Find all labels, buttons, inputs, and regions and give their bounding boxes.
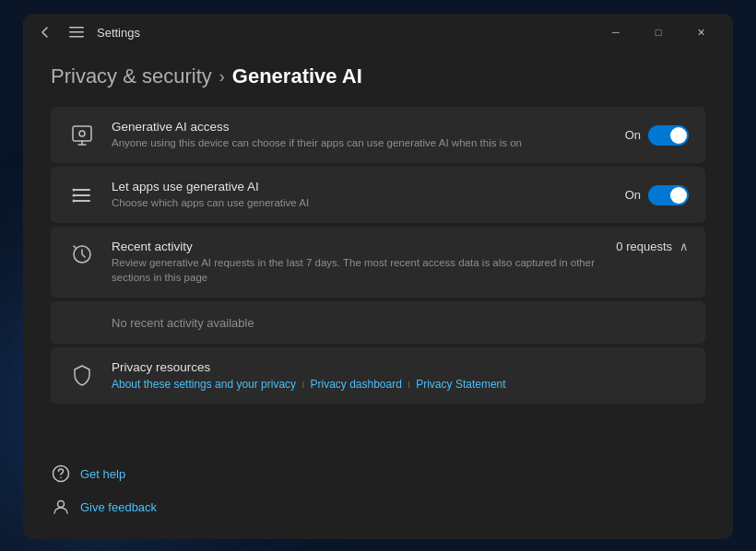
svg-point-4 [79, 131, 85, 136]
let-apps-use-ai-text: Let apps use generative AI Choose which … [112, 180, 610, 210]
requests-count: 0 requests [616, 240, 672, 253]
separator-1: ı [301, 378, 304, 391]
svg-point-9 [73, 193, 76, 196]
generative-ai-access-description: Anyone using this device can choose if t… [112, 135, 610, 150]
privacy-statement-link[interactable]: Privacy Statement [416, 378, 505, 391]
generative-ai-icon [67, 121, 97, 150]
recent-activity-icon [67, 240, 97, 269]
page-title: Generative AI [232, 64, 362, 88]
let-apps-use-ai-title: Let apps use generative AI [112, 180, 610, 193]
privacy-dashboard-link[interactable]: Privacy dashboard [310, 378, 401, 391]
back-button[interactable] [34, 21, 56, 43]
privacy-resources-text: Privacy resources About these settings a… [112, 360, 689, 391]
let-apps-use-ai-status: On [625, 188, 641, 202]
svg-rect-3 [73, 126, 91, 141]
bottom-links: Get help Give feedback [51, 441, 705, 521]
maximize-button[interactable]: □ [637, 18, 679, 47]
svg-point-8 [73, 188, 76, 191]
svg-rect-1 [69, 31, 84, 33]
no-activity-card: No recent activity available [51, 301, 705, 344]
give-feedback-icon [51, 497, 71, 517]
svg-rect-2 [69, 36, 84, 38]
window-controls: ─ □ ✕ [595, 18, 722, 47]
svg-rect-5 [74, 189, 90, 191]
generative-ai-access-control: On [625, 125, 689, 146]
generative-ai-access-card: Generative AI access Anyone using this d… [51, 107, 705, 163]
separator-2: ı [408, 378, 410, 391]
generative-ai-access-title: Generative AI access [112, 120, 610, 134]
let-apps-use-ai-card: Let apps use generative AI Choose which … [51, 167, 705, 223]
generative-ai-access-text: Generative AI access Anyone using this d… [112, 120, 610, 150]
breadcrumb-parent[interactable]: Privacy & security [51, 64, 212, 88]
settings-window: Settings ─ □ ✕ Privacy & security › Gene… [23, 14, 733, 539]
title-bar: Settings ─ □ ✕ [23, 14, 733, 51]
privacy-links: About these settings and your privacy ı … [112, 378, 689, 391]
get-help-link[interactable]: Get help [51, 460, 705, 487]
privacy-resources-icon [67, 360, 97, 390]
give-feedback-text: Give feedback [80, 500, 157, 514]
window-title: Settings [97, 26, 140, 40]
privacy-resources-title: Privacy resources [112, 360, 689, 374]
svg-rect-0 [69, 27, 84, 29]
recent-activity-right: 0 requests ∧ [616, 240, 689, 253]
get-help-icon [51, 463, 71, 484]
breadcrumb: Privacy & security › Generative AI [51, 64, 705, 88]
expand-collapse-button[interactable]: ∧ [679, 240, 689, 253]
title-bar-left: Settings [34, 21, 595, 43]
recent-activity-card: Recent activity Review generative AI req… [51, 227, 705, 298]
content-area: Privacy & security › Generative AI Gener… [23, 51, 733, 539]
no-activity-text: No recent activity available [112, 316, 254, 330]
svg-rect-6 [74, 194, 90, 196]
let-apps-use-ai-toggle[interactable] [648, 185, 689, 205]
about-settings-link[interactable]: About these settings and your privacy [112, 378, 296, 391]
close-button[interactable]: ✕ [679, 18, 722, 47]
minimize-button[interactable]: ─ [595, 18, 637, 47]
svg-point-14 [58, 501, 65, 508]
breadcrumb-chevron: › [219, 67, 225, 87]
menu-button[interactable] [65, 21, 88, 43]
let-apps-use-ai-control: On [625, 185, 689, 205]
get-help-text: Get help [80, 467, 125, 481]
apps-icon [67, 181, 97, 210]
recent-activity-text: Recent activity Review generative AI req… [112, 240, 601, 285]
svg-point-13 [60, 477, 62, 479]
svg-rect-7 [74, 200, 90, 202]
recent-activity-header: Recent activity Review generative AI req… [67, 240, 689, 285]
generative-ai-access-toggle[interactable] [648, 125, 689, 146]
privacy-resources-card: Privacy resources About these settings a… [51, 347, 705, 404]
recent-activity-title: Recent activity [112, 240, 601, 253]
recent-activity-description: Review generative AI requests in the las… [112, 255, 601, 285]
generative-ai-access-status: On [625, 128, 641, 142]
svg-point-10 [73, 199, 76, 202]
give-feedback-link[interactable]: Give feedback [51, 493, 705, 521]
let-apps-use-ai-description: Choose which apps can use generative AI [112, 195, 610, 210]
